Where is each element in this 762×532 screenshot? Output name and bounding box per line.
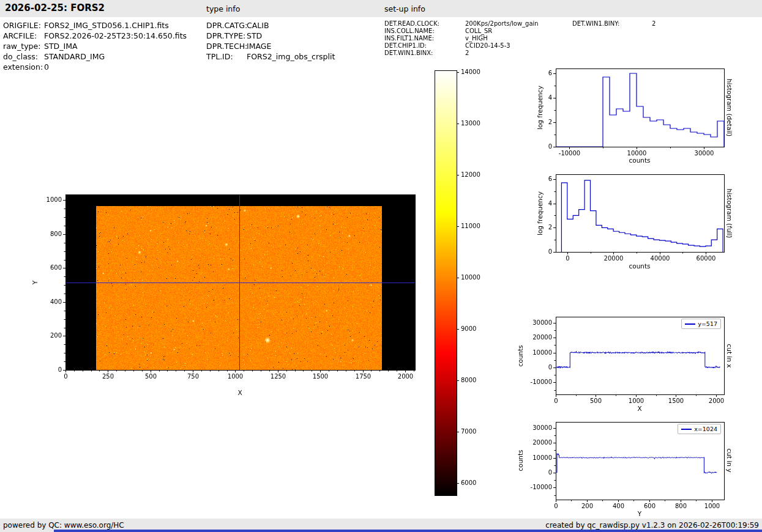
cut-y-xlabel: Y bbox=[638, 510, 641, 517]
info-value: FORS2_IMG_STD056.1.CHIP1.fits bbox=[44, 21, 169, 30]
info-row: DET.CHIP1.ID:CCID20-14-5-3 bbox=[384, 42, 539, 50]
info-value: FORS2.2026-02-25T23:50:14.650.fits bbox=[44, 31, 187, 40]
info-label: DPR.TECH: bbox=[206, 41, 247, 51]
info-row: ARCFILE:FORS2.2026-02-25T23:50:14.650.fi… bbox=[3, 31, 187, 41]
info-row: raw_type:STD_IMA bbox=[3, 41, 187, 51]
file-info-block: ORIGFILE:FORS2_IMG_STD056.1.CHIP1.fits A… bbox=[3, 20, 187, 72]
info-value: 2 bbox=[465, 50, 469, 56]
legend-label: x=1024 bbox=[694, 426, 717, 432]
hist-detail-side-label: histogram (detail) bbox=[726, 79, 733, 136]
hist-detail-xlabel: counts bbox=[629, 157, 650, 164]
info-value: 2 bbox=[652, 20, 656, 27]
cut-x-side-label: cut in x bbox=[726, 344, 733, 368]
info-label: DET.READ.CLOCK: bbox=[384, 20, 465, 28]
info-value: FORS2_img_obs_crsplit bbox=[247, 52, 335, 61]
info-row: DPR.TECH:IMAGE bbox=[206, 41, 335, 51]
hist-detail-ylabel: log frequency bbox=[536, 86, 543, 130]
info-value: STD bbox=[247, 31, 262, 40]
cut-y-legend: x=1024 bbox=[678, 424, 721, 434]
info-row: DET.READ.CLOCK:200Kps/2ports/low_gain bbox=[384, 20, 539, 28]
info-label: DET.WIN1.BINY: bbox=[572, 20, 652, 28]
info-label: ARCFILE: bbox=[3, 31, 44, 41]
info-value: CCID20-14-5-3 bbox=[465, 42, 510, 49]
hist-full-ylabel: log frequency bbox=[536, 191, 543, 235]
info-row: DPR.TYPE:STD bbox=[206, 31, 335, 41]
setup-info-heading: set-up info bbox=[384, 4, 425, 13]
info-label: DPR.TYPE: bbox=[206, 31, 247, 41]
header-bar: 2026-02-25: FORS2 type info set-up info bbox=[0, 0, 762, 17]
info-label: DPR.CATG: bbox=[206, 20, 247, 31]
footer-left-text: powered by QC: www.eso.org/HC bbox=[3, 521, 124, 530]
bottom-accent-strip bbox=[54, 530, 762, 532]
legend-label: y=517 bbox=[698, 320, 717, 327]
info-row: INS.FILT1.NAME:v_HIGH bbox=[384, 35, 539, 42]
info-row: do_class:STANDARD_IMG bbox=[3, 51, 187, 62]
legend-line-sample bbox=[685, 323, 695, 325]
info-value: IMAGE bbox=[247, 42, 271, 51]
info-row: TPL.ID:FORS2_img_obs_crsplit bbox=[206, 51, 335, 62]
footer-right-text: created by qc_rawdisp.py v1.2.3 on 2026-… bbox=[545, 521, 759, 530]
cut-x-legend: y=517 bbox=[681, 319, 721, 329]
info-row: ORIGFILE:FORS2_IMG_STD056.1.CHIP1.fits bbox=[3, 20, 187, 31]
type-info-heading: type info bbox=[206, 4, 240, 13]
info-row: DET.WIN1.BINY:2 bbox=[572, 20, 656, 28]
info-label: INS.FILT1.NAME: bbox=[384, 35, 465, 42]
info-value: v_HIGH bbox=[465, 35, 488, 42]
info-row: INS.COLL.NAME:COLL_SR bbox=[384, 28, 539, 35]
cut-x-ylabel: counts bbox=[517, 345, 524, 366]
info-row: DPR.CATG:CALIB bbox=[206, 20, 335, 31]
setup-info-extra-block: DET.WIN1.BINY:2 bbox=[572, 20, 656, 28]
info-value: 200Kps/2ports/low_gain bbox=[465, 20, 539, 27]
main-image-ylabel: Y bbox=[31, 281, 39, 284]
info-value: STD_IMA bbox=[44, 42, 77, 51]
cut-y-side-label: cut in y bbox=[726, 448, 733, 472]
info-row: extension:0 bbox=[3, 62, 187, 72]
info-label: INS.COLL.NAME: bbox=[384, 28, 465, 35]
info-label: extension: bbox=[3, 62, 44, 72]
hist-full-xlabel: counts bbox=[629, 262, 650, 270]
type-info-block: DPR.CATG:CALIB DPR.TYPE:STD DPR.TECH:IMA… bbox=[206, 20, 335, 62]
info-label: DET.WIN1.BINX: bbox=[384, 50, 465, 57]
info-row: DET.WIN1.BINX:2 bbox=[384, 50, 539, 57]
info-value: CALIB bbox=[247, 21, 269, 30]
page-title: 2026-02-25: FORS2 bbox=[5, 2, 105, 13]
main-image-xlabel: X bbox=[237, 389, 242, 396]
setup-info-block: DET.READ.CLOCK:200Kps/2ports/low_gain IN… bbox=[384, 20, 539, 57]
hist-full-side-label: histogram (full) bbox=[726, 189, 733, 238]
info-label: DET.CHIP1.ID: bbox=[384, 42, 465, 50]
cut-x-xlabel: X bbox=[637, 405, 641, 412]
info-value: 0 bbox=[44, 62, 49, 72]
cut-y-ylabel: counts bbox=[517, 449, 524, 471]
qc-report-page: 2026-02-25: FORS2 type info set-up info … bbox=[0, 0, 762, 532]
info-value: COLL_SR bbox=[465, 28, 492, 34]
info-value: STANDARD_IMG bbox=[44, 52, 105, 61]
legend-line-sample bbox=[681, 429, 692, 430]
info-label: TPL.ID: bbox=[206, 51, 247, 62]
info-label: ORIGFILE: bbox=[3, 20, 44, 31]
info-label: raw_type: bbox=[3, 41, 44, 51]
info-label: do_class: bbox=[3, 51, 44, 62]
